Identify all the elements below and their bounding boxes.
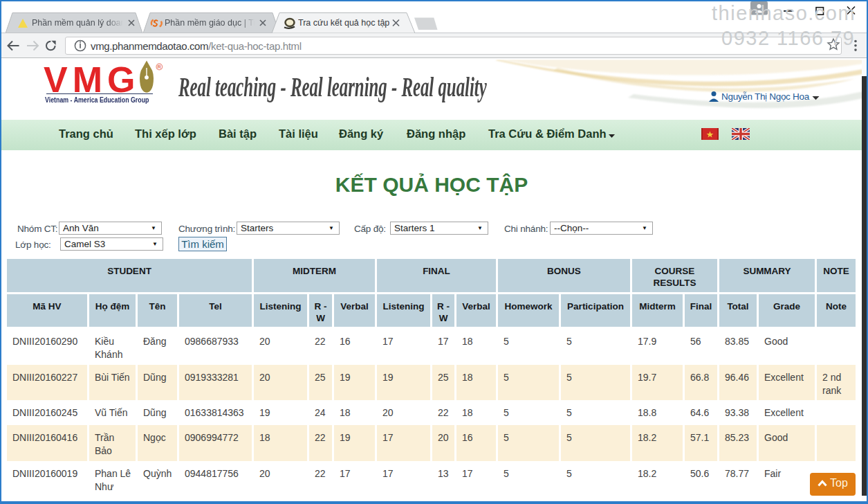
svg-text:R: R [158, 64, 162, 70]
